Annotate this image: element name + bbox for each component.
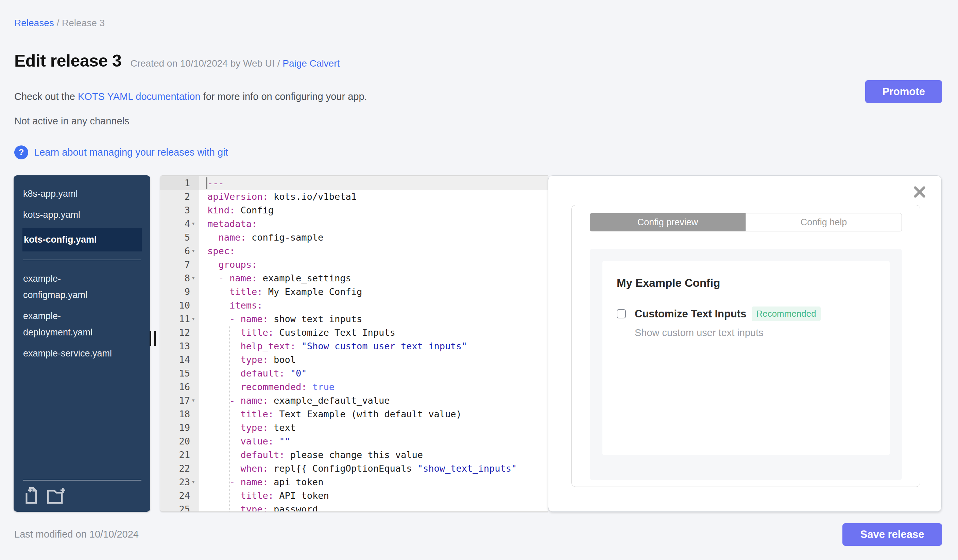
- customize-text-inputs-checkbox[interactable]: [617, 309, 626, 318]
- config-item-row: Customize Text Inputs Recommended: [617, 307, 890, 321]
- line-number: 6: [160, 244, 190, 258]
- line-number: 12: [160, 326, 190, 340]
- promote-button[interactable]: Promote: [865, 80, 942, 103]
- line-number: 15: [160, 367, 190, 380]
- line-number: 1: [160, 176, 199, 190]
- save-release-button[interactable]: Save release: [842, 523, 942, 546]
- line-number: 18: [160, 407, 190, 421]
- code-lines: 1---2apiVersion: kots.io/v1beta13kind: C…: [160, 176, 548, 512]
- code-line[interactable]: 5 name: config-sample: [160, 231, 548, 244]
- code-text: apiVersion: kots.io/v1beta1: [207, 190, 357, 204]
- line-number: 7: [160, 258, 190, 272]
- file-item[interactable]: kots-config.yaml: [22, 228, 142, 252]
- resize-bar: [154, 331, 156, 346]
- line-number: 13: [160, 340, 190, 353]
- config-item-label: Customize Text Inputs: [635, 308, 746, 320]
- tab-config-help[interactable]: Config help: [745, 213, 902, 231]
- line-number: 3: [160, 204, 190, 217]
- intro-line: Check out the KOTS YAML documentation fo…: [14, 91, 367, 102]
- config-panel: Config preview Config help My Example Co…: [548, 176, 942, 512]
- code-line[interactable]: 2apiVersion: kots.io/v1beta1: [160, 190, 548, 204]
- code-line[interactable]: 19 type: text: [160, 421, 548, 435]
- intro-pre: Check out the: [14, 91, 78, 102]
- file-item[interactable]: kots-app.yaml: [23, 207, 141, 223]
- fold-arrow-icon[interactable]: ▾: [191, 312, 199, 325]
- code-line[interactable]: 15 default: "0": [160, 367, 548, 380]
- tab-config-preview[interactable]: Config preview: [590, 213, 745, 231]
- code-text: groups:: [207, 258, 257, 272]
- kots-docs-link[interactable]: KOTS YAML documentation: [78, 91, 201, 102]
- code-text: - name: api_token: [207, 475, 323, 489]
- code-text: title: Text Example (with default value): [207, 407, 462, 421]
- close-icon[interactable]: [913, 185, 926, 199]
- fold-arrow-icon[interactable]: ▾: [191, 393, 199, 407]
- code-text: value: "": [207, 435, 290, 448]
- line-number: 4: [160, 217, 190, 231]
- code-text: default: please change this value: [207, 448, 423, 462]
- file-panel-footer: [24, 487, 67, 504]
- text-cursor: [206, 177, 207, 189]
- code-line[interactable]: 11▾ - name: show_text_inputs: [160, 312, 548, 326]
- code-line[interactable]: 7 groups:: [160, 258, 548, 272]
- line-number: 2: [160, 190, 190, 204]
- code-line[interactable]: 13 help_text: "Show custom user text inp…: [160, 340, 548, 353]
- code-line[interactable]: 16 recommended: true: [160, 380, 548, 394]
- fold-arrow-icon[interactable]: ▾: [191, 271, 199, 285]
- code-line[interactable]: 10 items:: [160, 299, 548, 312]
- config-group-title: My Example Config: [603, 261, 890, 289]
- file-item[interactable]: k8s-app.yaml: [23, 185, 141, 202]
- yaml-editor[interactable]: 1---2apiVersion: kots.io/v1beta13kind: C…: [160, 176, 548, 512]
- last-modified-text: Last modified on 10/10/2024: [14, 529, 139, 540]
- code-line[interactable]: 6▾spec:: [160, 244, 548, 258]
- file-item[interactable]: example-service.yaml: [23, 345, 121, 362]
- line-number: 5: [160, 231, 190, 244]
- code-text: - name: example_default_value: [207, 394, 390, 407]
- breadcrumb-separator: /: [57, 18, 59, 28]
- code-text: recommended: true: [207, 380, 335, 394]
- code-line[interactable]: 4▾metadata:: [160, 217, 548, 231]
- code-line[interactable]: 22 when: repl{{ ConfigOptionEquals "show…: [160, 462, 548, 475]
- file-tree-panel: k8s-app.yamlkots-app.yamlkots-config.yam…: [14, 176, 150, 512]
- git-help-row: ? Learn about managing your releases wit…: [14, 146, 228, 159]
- code-line[interactable]: 1---: [160, 176, 548, 190]
- code-line[interactable]: 25 type: password: [160, 503, 548, 512]
- breadcrumb-current: Release 3: [62, 18, 105, 28]
- code-text: type: password: [207, 503, 318, 512]
- file-item[interactable]: example-configmap.yaml: [23, 271, 121, 303]
- author-link[interactable]: Paige Calvert: [282, 58, 339, 69]
- code-line[interactable]: 12 title: Customize Text Inputs: [160, 326, 548, 340]
- title-row: Edit release 3 Created on 10/10/2024 by …: [14, 51, 339, 71]
- config-tabs: Config preview Config help: [590, 213, 902, 231]
- breadcrumb-releases-link[interactable]: Releases: [14, 18, 54, 28]
- new-file-icon[interactable]: [24, 487, 40, 504]
- file-list: k8s-app.yamlkots-app.yamlkots-config.yam…: [14, 176, 150, 362]
- fold-arrow-icon[interactable]: ▾: [191, 217, 199, 230]
- code-text: title: Customize Text Inputs: [207, 326, 395, 340]
- config-card: Config preview Config help My Example Co…: [571, 205, 920, 487]
- code-line[interactable]: 20 value: "": [160, 435, 548, 448]
- new-folder-icon[interactable]: [47, 487, 67, 504]
- git-help-link[interactable]: Learn about managing your releases with …: [34, 147, 228, 158]
- fold-arrow-icon[interactable]: ▾: [191, 244, 199, 257]
- fold-arrow-icon[interactable]: ▾: [191, 475, 199, 488]
- code-text: type: bool: [207, 353, 296, 367]
- code-line[interactable]: 24 title: API token: [160, 489, 548, 503]
- sidebar-resize-handle[interactable]: [149, 331, 156, 346]
- code-line[interactable]: 3kind: Config: [160, 204, 548, 217]
- code-text: items:: [207, 299, 263, 312]
- code-line[interactable]: 14 type: bool: [160, 353, 548, 367]
- code-text: title: My Example Config: [207, 285, 362, 299]
- code-line[interactable]: 21 default: please change this value: [160, 448, 548, 462]
- code-line[interactable]: 9 title: My Example Config: [160, 285, 548, 299]
- code-text: metadata:: [207, 217, 257, 231]
- question-icon: ?: [14, 146, 28, 159]
- code-line[interactable]: 18 title: Text Example (with default val…: [160, 407, 548, 421]
- created-prefix: Created on 10/10/2024 by Web UI /: [130, 58, 280, 69]
- config-item-help: Show custom user text inputs: [635, 327, 890, 339]
- code-line[interactable]: 17▾ - name: example_default_value: [160, 394, 548, 407]
- file-item[interactable]: example-deployment.yaml: [23, 308, 121, 340]
- code-line[interactable]: 8▾ - name: example_settings: [160, 272, 548, 285]
- code-text: title: API token: [207, 489, 329, 503]
- code-line[interactable]: 23▾ - name: api_token: [160, 475, 548, 489]
- code-text: name: config-sample: [207, 231, 323, 244]
